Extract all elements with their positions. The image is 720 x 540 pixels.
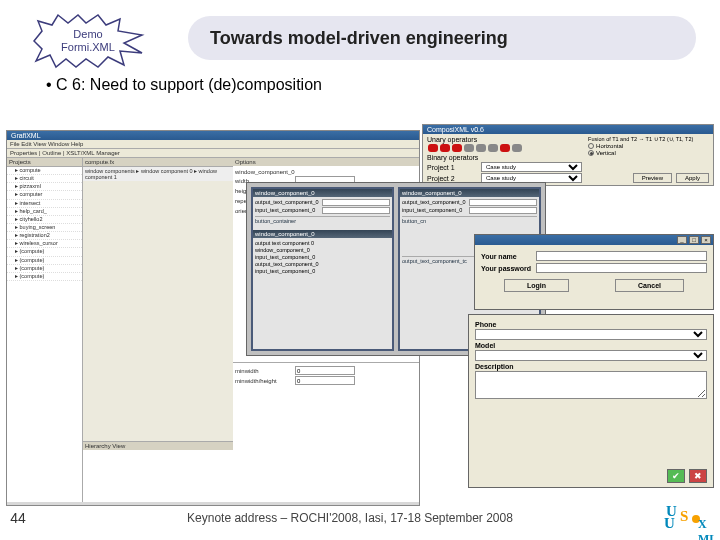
tree-item[interactable]: ▸ cityhello2 (7, 216, 82, 224)
p2-inp1[interactable] (469, 199, 538, 206)
project1-select[interactable]: Case study (481, 162, 582, 172)
vertical-label: Vertical (596, 150, 616, 156)
options-header: Options (233, 158, 419, 166)
model-label: Model (475, 342, 707, 349)
login-titlebar: _ □ × (475, 235, 713, 245)
p2-row2: input_text_component_0 (402, 207, 469, 214)
description-textarea[interactable] (475, 371, 707, 399)
p1b-r1: output text component 0 (255, 240, 390, 246)
editor-canvas[interactable] (83, 181, 233, 442)
cancel-x-button[interactable]: ✖ (689, 469, 707, 483)
tree-item[interactable]: ▸ (compute) (7, 248, 82, 256)
badge-line2: Formi.XML (61, 41, 115, 54)
minimize-icon[interactable]: _ (677, 236, 687, 244)
grafixml-title: GrafiXML (7, 131, 419, 140)
operator-dot[interactable] (512, 144, 522, 152)
projects-panel: Projects ▸ compute▸ circuit▸ pizzaxml▸ c… (7, 158, 83, 502)
name-label: window_component_0 (235, 169, 295, 175)
demo-badge: Demo Formi.XML (28, 13, 148, 69)
usixml-logo: U U S XML (664, 503, 712, 533)
p2-inp2[interactable] (469, 207, 538, 214)
tree-item[interactable]: ▸ (compute) (7, 265, 82, 273)
badge-line1: Demo (73, 28, 102, 41)
tree-item[interactable]: ▸ circuit (7, 175, 82, 183)
p1b-r5: input_text_component_0 (255, 268, 390, 274)
login-window: _ □ × Your name Your password Login Canc… (474, 234, 714, 310)
vertical-radio[interactable] (588, 150, 594, 156)
slide-header: Demo Formi.XML Towards model-driven engi… (0, 0, 720, 70)
binary-label: Binary operators (427, 154, 582, 161)
slide-number: 44 (0, 510, 36, 526)
p2-row1: output_text_component_0 (402, 199, 469, 206)
cancel-button[interactable]: Cancel (615, 279, 684, 292)
phone-label: Phone (475, 321, 707, 328)
operator-dot[interactable] (440, 144, 450, 152)
maximize-icon[interactable]: □ (689, 236, 699, 244)
tree-item[interactable]: ▸ wireless_cursor (7, 240, 82, 248)
p1b-r2: window_component_0 (255, 247, 390, 253)
horizontal-radio[interactable] (588, 143, 594, 149)
operator-dot[interactable] (488, 144, 498, 152)
slide-footer: 44 Keynote address – ROCHI'2008, Iasi, 1… (0, 502, 720, 534)
ide-menu[interactable]: File Edit View Window Help (7, 140, 419, 149)
composixml-title: ComposiXML v0.6 (423, 125, 713, 134)
ok-button[interactable]: ✔ (667, 469, 685, 483)
editor-panel: compute.fx window components ▸ window co… (83, 158, 233, 502)
ide-toolbar[interactable]: Properties | Outline | XSLT/XML Manager (7, 149, 419, 158)
name-label: Your name (481, 253, 536, 260)
phone-select[interactable] (475, 329, 707, 340)
tree-item[interactable]: ▸ (compute) (7, 257, 82, 265)
operator-dots (427, 144, 582, 153)
hierarchy-header: Hierarchy View (83, 442, 233, 450)
editor-tab[interactable]: compute.fx (83, 158, 233, 167)
p1b-r4: output_text_component_0 (255, 261, 390, 267)
operator-dot[interactable] (452, 144, 462, 152)
tree-item[interactable]: ▸ intersect (7, 200, 82, 208)
p1-row1: output_text_component_0 (255, 199, 322, 206)
project-tree[interactable]: ▸ compute▸ circuit▸ pizzaxml▸ computer▸ … (7, 167, 82, 502)
minwidth-label: minwidth (235, 368, 295, 374)
tree-item[interactable]: ▸ pizzaxml (7, 183, 82, 191)
model-select[interactable] (475, 350, 707, 361)
login-button[interactable]: Login (504, 279, 569, 292)
p2-sep: button_cn (402, 216, 537, 224)
tree-item[interactable]: ▸ compute (7, 167, 82, 175)
p1-row2: input_text_component_0 (255, 207, 322, 214)
password-input[interactable] (536, 263, 707, 273)
breadcrumb[interactable]: window components ▸ window component 0 ▸… (83, 167, 233, 181)
name-input[interactable] (536, 251, 707, 261)
hierarchy-panel: Hierarchy View (83, 442, 233, 502)
description-label: Description (475, 363, 707, 370)
preview-panel1b-header: window_component_0 (253, 230, 392, 238)
operator-dot[interactable] (500, 144, 510, 152)
tree-item[interactable]: ▸ help_card_ (7, 208, 82, 216)
minwidth-input[interactable] (295, 366, 355, 375)
p1-inp1[interactable] (322, 199, 391, 206)
composixml-window: ComposiXML v0.6 Unary operators Binary o… (422, 124, 714, 186)
bullet: • C 6: Need to support (de)composition (46, 76, 720, 94)
tree-item[interactable]: ▸ buying_screen (7, 224, 82, 232)
horizontal-label: Horizontal (596, 143, 623, 149)
p1-sep: button_container (255, 216, 390, 224)
tree-item[interactable]: ▸ (compute) (7, 273, 82, 281)
preview-button[interactable]: Preview (633, 173, 672, 183)
unary-label: Unary operators (427, 136, 582, 143)
operator-dot[interactable] (428, 144, 438, 152)
password-label: Your password (481, 265, 536, 272)
apply-button[interactable]: Apply (676, 173, 709, 183)
tree-item[interactable]: ▸ computer (7, 191, 82, 199)
projects-header: Projects (7, 158, 82, 167)
p1-inp2[interactable] (322, 207, 391, 214)
minheight-label: minwidth/height (235, 378, 295, 384)
bullet-text: C 6: Need to support (de)composition (56, 76, 322, 93)
close-icon[interactable]: × (701, 236, 711, 244)
slide-title: Towards model-driven engineering (210, 28, 508, 49)
footer-text: Keynote address – ROCHI'2008, Iasi, 17-1… (36, 511, 664, 525)
project2-label: Project 2 (427, 175, 481, 182)
preview-panel2-header: window_component_0 (400, 189, 539, 197)
preview-panel-left: window_component_0 output_text_component… (251, 187, 394, 351)
minheight-input[interactable] (295, 376, 355, 385)
operator-dot[interactable] (476, 144, 486, 152)
tree-item[interactable]: ▸ registration2 (7, 232, 82, 240)
operator-dot[interactable] (464, 144, 474, 152)
